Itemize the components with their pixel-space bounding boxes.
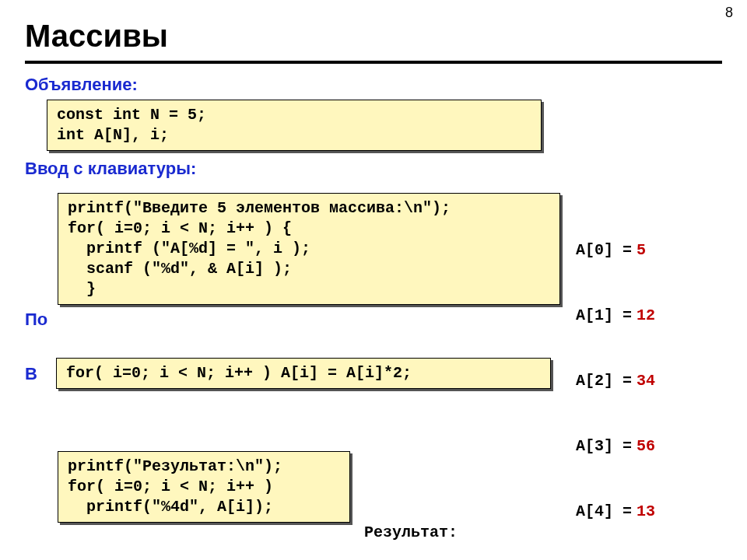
code-output: printf("Результат:\n"); for( i=0; i < N;…: [58, 451, 350, 523]
code-double: for( i=0; i < N; i++ ) A[i] = A[i]*2;: [56, 358, 551, 389]
page-number: 8: [725, 5, 733, 21]
array-row: A[3] =56: [576, 436, 655, 457]
section-partial-2: В: [25, 364, 37, 384]
code-declare: const int N = 5; int A[N], i;: [47, 100, 542, 151]
array-values-readout: A[0] =5 A[1] =12 A[2] =34 A[3] =56 A[4] …: [576, 196, 655, 560]
slide-title: Массивы: [25, 19, 168, 54]
result-block: Результат: 10 24 68 112 26: [364, 478, 551, 560]
array-row: A[1] =12: [576, 305, 655, 327]
array-row: A[0] =5: [576, 240, 655, 261]
section-input-label: Ввод с клавиатуры:: [25, 159, 196, 179]
section-partial-1: По: [25, 310, 47, 330]
code-input: printf("Введите 5 элементов массива:\n")…: [58, 193, 560, 305]
result-heading: Результат:: [364, 522, 551, 544]
array-row: A[2] =34: [576, 370, 655, 392]
title-underline: [25, 61, 722, 64]
array-row: A[4] =13: [576, 501, 655, 523]
slide: 8 Массивы Объявление: const int N = 5; i…: [0, 0, 747, 560]
section-declare-label: Объявление:: [25, 75, 138, 95]
